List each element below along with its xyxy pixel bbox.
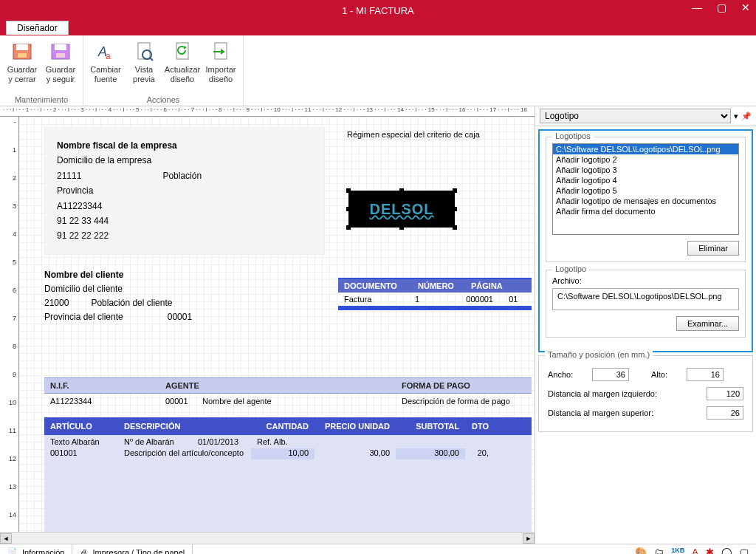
ribbon: Guardary cerrar Guardary seguir Mantenim…: [0, 35, 756, 106]
kb-icon[interactable]: 1KB: [671, 547, 684, 554]
width-input[interactable]: [592, 368, 629, 381]
svg-rect-2: [18, 53, 27, 58]
printer-icon: 🖨: [80, 548, 88, 555]
scroll-right-button[interactable]: ►: [523, 533, 535, 544]
regimen-text[interactable]: Régimen especial del criterio de caja: [347, 130, 480, 139]
company-block[interactable]: Nombre fiscal de la empresa Domicilio de…: [44, 127, 325, 255]
browse-button[interactable]: Examinar...: [676, 316, 739, 331]
chevron-down-icon[interactable]: ▾: [734, 112, 738, 121]
status-tab-printer[interactable]: 🖨 Impresora / Tipo de papel: [72, 544, 193, 554]
refresh-design-button[interactable]: Actualizardiseño: [163, 38, 202, 85]
tab-designer[interactable]: Diseñador: [6, 21, 69, 35]
list-item[interactable]: Añadir logotipo 2: [553, 154, 738, 165]
doc-header-table[interactable]: DOCUMENTO NÚMERO PÁGINA Factura 1 000001…: [338, 278, 532, 310]
margin-top-input[interactable]: [707, 406, 743, 420]
minimize-button[interactable]: —: [689, 1, 705, 13]
items-body[interactable]: Texto Albarán Nº de Albarán 01/01/2013 R…: [44, 435, 532, 532]
svg-line-10: [150, 58, 153, 61]
svg-rect-1: [16, 44, 28, 50]
status-tab-info[interactable]: 📄 Información: [0, 544, 72, 554]
tab-bar: Diseñador: [0, 21, 756, 35]
window-title: 1 - MI FACTURA: [342, 5, 414, 16]
logo-list[interactable]: C:\Software DELSOL\Logotipos\DELSOL.png …: [552, 143, 739, 235]
items-header[interactable]: ARTÍCULO DESCRIPCIÓN CANTIDAD PRECIO UNI…: [44, 417, 532, 435]
group-logotipo-label: Logotipo: [552, 264, 589, 273]
properties-panel: Logotipo ▾ 📌 Logotipos C:\Software DELSO…: [535, 106, 756, 544]
bold-icon[interactable]: 🗂: [654, 547, 664, 554]
close-button[interactable]: ✕: [738, 1, 753, 13]
list-item[interactable]: Añadir logotipo 3: [553, 165, 738, 175]
height-input[interactable]: [687, 368, 724, 381]
design-canvas[interactable]: Nombre fiscal de la empresa Domicilio de…: [19, 117, 535, 532]
palette-icon[interactable]: 🎨: [635, 547, 647, 554]
logo-image: DELSOL: [369, 201, 433, 218]
info-icon: 📄: [7, 547, 18, 554]
ruler-vertical: -1234567891011121314: [0, 117, 19, 532]
list-item[interactable]: Añadir logotipo 4: [553, 175, 738, 185]
ribbon-group-mantenimiento: Mantenimiento: [3, 94, 80, 106]
panel-selector-dropdown[interactable]: Logotipo: [540, 109, 731, 123]
logo-selected-element[interactable]: DELSOL: [348, 191, 455, 228]
nif-agente-row[interactable]: A11223344 00001 Nombre del agente Descri…: [44, 394, 532, 408]
group-logotipos-label: Logotipos: [552, 131, 594, 140]
list-item[interactable]: Añadir firma del documento: [553, 206, 738, 216]
archivo-label: Archivo:: [552, 276, 739, 285]
preview-button[interactable]: Vistaprevia: [125, 38, 163, 85]
svg-text:a: a: [106, 51, 111, 61]
group-size-label: Tamaño y posición (en mm.): [545, 350, 653, 359]
pin-icon[interactable]: 📌: [741, 112, 752, 121]
archivo-path-input[interactable]: C:\Software DELSOL\Logotipos\DELSOL.png: [552, 288, 739, 310]
svg-rect-4: [55, 44, 66, 50]
maximize-button[interactable]: ▢: [714, 1, 729, 13]
import-design-button[interactable]: Importardiseño: [202, 38, 240, 85]
ribbon-group-acciones: Acciones: [86, 94, 240, 106]
horizontal-scrollbar[interactable]: ◄ ►: [0, 532, 535, 544]
scroll-left-button[interactable]: ◄: [0, 533, 12, 544]
square-icon[interactable]: ▢: [740, 547, 749, 554]
list-item[interactable]: C:\Software DELSOL\Logotipos\DELSOL.png: [553, 144, 738, 154]
svg-rect-5: [56, 53, 65, 58]
ruler-horizontal: · · · l · · · 1 · · · l · · · 2 · · · l …: [0, 106, 535, 117]
delete-button[interactable]: Eliminar: [687, 241, 739, 256]
save-close-button[interactable]: Guardary cerrar: [3, 38, 41, 85]
titlebar: 1 - MI FACTURA — ▢ ✕: [0, 0, 756, 21]
change-font-button[interactable]: Aa Cambiarfuente: [86, 38, 125, 85]
nif-agente-header[interactable]: N.I.F. AGENTE FORMA DE PAGO: [44, 377, 532, 394]
star-icon[interactable]: ✱: [706, 547, 714, 554]
margin-left-input[interactable]: [707, 387, 743, 400]
list-item[interactable]: Añadir logotipo 5: [553, 185, 738, 196]
status-bar: 📄 Información 🖨 Impresora / Tipo de pape…: [0, 544, 756, 554]
list-item[interactable]: Añadir logotipo de mensajes en documento…: [553, 196, 738, 206]
underline-icon[interactable]: A: [692, 547, 698, 554]
circle-icon[interactable]: ◯: [721, 547, 732, 554]
save-continue-button[interactable]: Guardary seguir: [41, 38, 80, 85]
